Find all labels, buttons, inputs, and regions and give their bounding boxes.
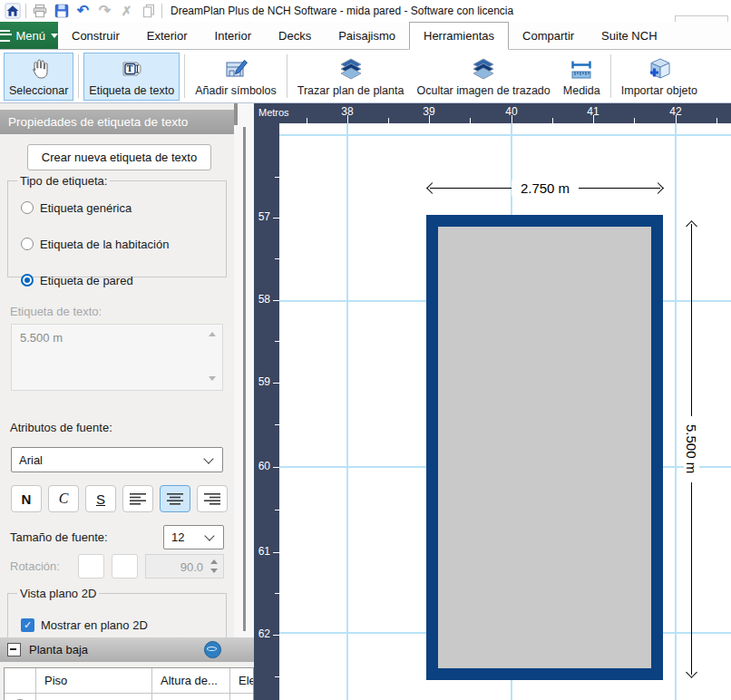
home-icon[interactable]: [4, 3, 21, 20]
measure-button[interactable]: Medida: [558, 53, 606, 101]
tool-label: Medida: [563, 84, 600, 97]
ruler-tick-minor: [275, 177, 279, 178]
font-size-caption: Tamaño de fuente:: [10, 530, 108, 544]
drawing-area[interactable]: 2.750 m 5.500 m: [279, 123, 731, 700]
select-tool-button[interactable]: Seleccionar: [4, 53, 73, 101]
align-center-button[interactable]: [160, 485, 190, 512]
title-bar: ↶ ↷ ✗ DreamPlan Plus de NCH Software - m…: [0, 0, 731, 22]
ruler-tick: [347, 115, 348, 123]
font-size-select[interactable]: 12: [163, 525, 224, 549]
altura-column-header[interactable]: Altura de...: [152, 668, 230, 693]
arrow-up-icon: [686, 220, 697, 232]
tab-decks[interactable]: Decks: [265, 22, 325, 49]
ruler-tick: [429, 115, 430, 123]
horizontal-ruler: Metros 38 39 40 41 42: [254, 103, 731, 123]
chevron-down-icon: [203, 453, 213, 463]
tab-label: Herramientas: [424, 29, 494, 43]
button-label: Crear nueva etiqueta de texto: [42, 151, 197, 164]
tab-herramientas[interactable]: Herramientas: [409, 22, 509, 50]
underline-label: S: [96, 491, 105, 507]
piso-column-header[interactable]: Piso: [36, 668, 152, 693]
rotation-caption: Rotación:: [10, 559, 60, 573]
tab-construir[interactable]: Construir: [58, 22, 133, 49]
scrollbar-notch: [234, 103, 238, 125]
redo-icon[interactable]: ↷: [96, 3, 113, 20]
trace-floorplan-button[interactable]: Trazar plan de planta: [292, 53, 410, 101]
panel-scrollbar[interactable]: [234, 103, 254, 637]
radio-etiqueta-generica[interactable]: Etiqueta genérica: [21, 199, 219, 217]
delete-icon[interactable]: ✗: [118, 3, 135, 20]
tab-interior[interactable]: Interior: [201, 22, 265, 49]
add-symbols-button[interactable]: Añadir símbolos: [190, 53, 282, 101]
ruler-unit-label: Metros: [258, 107, 289, 118]
radio-etiqueta-pared[interactable]: Etiqueta de pared: [21, 271, 219, 289]
toolbar: Seleccionar T Etiqueta de texto Añadir s…: [0, 50, 731, 103]
scroll-up-icon: [209, 332, 216, 336]
scrollbar-thumb[interactable]: [243, 127, 246, 631]
radio-label: Etiqueta de pared: [40, 274, 133, 287]
dimension-line: [430, 188, 512, 189]
import-object-button[interactable]: Importar objeto: [616, 53, 703, 101]
chevron-down-icon: [51, 34, 58, 38]
undo-icon[interactable]: ↶: [74, 3, 92, 20]
width-dimension-text: 2.750 m: [512, 180, 579, 196]
view-2d-group: Vista plano 2D Mostrar en plano 2D: [7, 587, 227, 637]
table-header-row: Piso Altura de... Elevac: [5, 668, 253, 694]
print-icon[interactable]: [31, 3, 48, 20]
radio-label: Etiqueta de la habitación: [40, 238, 169, 251]
tool-label: Etiqueta de texto: [89, 84, 174, 97]
wall-object[interactable]: [426, 215, 663, 680]
globe-icon[interactable]: [204, 641, 221, 658]
width-dimension-label[interactable]: 2.750 m: [428, 180, 662, 196]
align-left-button[interactable]: [122, 485, 153, 512]
height-dimension-label[interactable]: 5.500 m: [684, 222, 699, 676]
titlebar-separator: [161, 4, 162, 18]
titlebar-separator: [25, 4, 26, 18]
save-icon[interactable]: [53, 3, 70, 20]
ruler-tick-minor: [275, 258, 279, 259]
checkbox-label: Mostrar en plano 2D: [41, 618, 148, 632]
gridline-horizontal: [279, 134, 731, 136]
tab-label: Paisajismo: [338, 29, 395, 43]
tab-exterior[interactable]: Exterior: [133, 22, 201, 49]
hide-trace-image-button[interactable]: Ocultar imagen de trazado: [411, 53, 555, 101]
align-right-button[interactable]: [197, 485, 228, 512]
plan-canvas[interactable]: Metros 38 39 40 41 42 57 58 59 60 61 62: [254, 103, 731, 700]
underline-button[interactable]: S: [85, 485, 116, 512]
font-family-select[interactable]: Arial: [11, 447, 223, 472]
copy-icon[interactable]: [140, 3, 157, 20]
create-text-label-button[interactable]: Crear nueva etiqueta de texto: [27, 144, 211, 170]
table-row[interactable]: Planta baja 2.438 0.000: [5, 694, 253, 700]
vertical-ruler: 57 58 59 60 61 62: [254, 123, 279, 700]
tab-compartir[interactable]: Compartir: [509, 22, 588, 49]
ruler-tick-minor: [307, 118, 307, 123]
arrow-right-icon: [652, 182, 664, 194]
toolbar-separator: [610, 54, 611, 98]
italic-button[interactable]: C: [48, 485, 79, 512]
tab-suite-nch[interactable]: Suite NCH: [588, 22, 670, 49]
radio-etiqueta-habitacion[interactable]: Etiqueta de la habitación: [21, 235, 219, 253]
dimension-line: [579, 188, 660, 189]
text-label-tool-button[interactable]: T Etiqueta de texto: [83, 53, 180, 101]
tool-label: Ocultar imagen de trazado: [416, 84, 550, 97]
collapse-icon[interactable]: [7, 643, 21, 656]
italic-label: C: [59, 491, 69, 507]
ruler-tick: [512, 115, 512, 123]
tab-paisajismo[interactable]: Paisajismo: [325, 22, 409, 49]
spin-up-icon: [210, 559, 218, 564]
height-dimension-text: 5.500 m: [684, 416, 699, 481]
floor-panel: Planta baja Piso Altura de... Elevac Pla…: [0, 637, 254, 700]
ruler-tick: [273, 467, 279, 468]
ruler-tick: [273, 300, 279, 301]
rotation-button-2: [112, 554, 138, 578]
visibility-column-header[interactable]: [5, 668, 36, 693]
hamburger-icon: [0, 30, 10, 42]
elevacion-column-header[interactable]: Elevac: [230, 674, 253, 687]
menu-button[interactable]: Menú: [0, 22, 58, 49]
bold-button[interactable]: N: [11, 485, 42, 512]
eye-icon[interactable]: [5, 694, 36, 700]
floor-name-cell: Planta baja: [36, 694, 152, 700]
tool-label: Trazar plan de planta: [297, 84, 404, 97]
show-in-2d-checkbox-row[interactable]: Mostrar en plano 2D: [21, 618, 219, 632]
elevation-cell: 0.000: [230, 697, 253, 700]
